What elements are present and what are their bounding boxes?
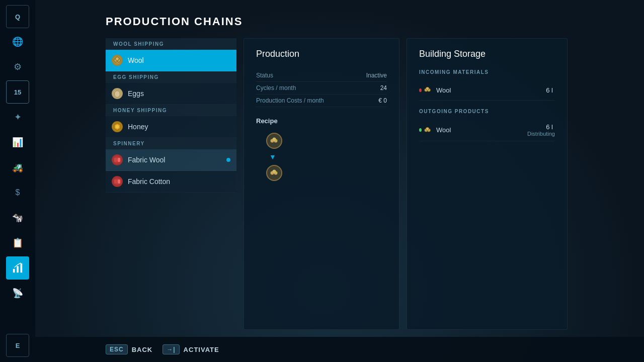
fabric-wool-item-icon [112,154,123,165]
sidebar-item-tractor[interactable]: 🚜 [6,156,29,179]
svg-rect-9 [114,158,117,162]
chart-icon: 📊 [12,137,23,148]
sidebar-item-signal[interactable]: 📡 [6,282,29,305]
status-value: Inactive [366,72,387,79]
wheel-icon: ⚙ [14,61,22,72]
sidebar: Q 🌐 ⚙ 15 ✦ 📊 🚜 $ 🐄 📋 [0,0,35,362]
svg-point-5 [116,57,119,61]
svg-point-21 [426,87,429,90]
chain-item-eggs[interactable]: Eggs [106,83,236,105]
outgoing-wool-item: Wool 6 l Distributing [419,119,555,141]
svg-rect-11 [114,179,117,184]
globe-icon: 🌐 [12,36,23,47]
wool-item-label: Wool [128,56,144,64]
back-button[interactable]: ESC BACK [106,344,152,354]
incoming-materials-header: INCOMING MATERIALS [419,69,555,75]
bottom-bar: ESC BACK →| ACTIVATE [35,337,644,362]
svg-rect-10 [118,158,120,162]
section-header-wool-shipping: WOOL SHIPPING [106,38,236,50]
recipe-arrow: ▼ [266,153,276,161]
incoming-wool-value: 6 l [546,86,553,94]
chain-item-fabric-cotton[interactable]: Fabric Cotton [106,171,236,193]
section-header-honey-shipping: HONEY SHIPPING [106,105,236,116]
production-cycles-row: Cycles / month 24 [256,82,387,95]
sidebar-item-wheel[interactable]: ⚙ [6,55,29,78]
sidebar-item-star[interactable]: ✦ [6,106,29,129]
svg-rect-0 [13,269,15,273]
svg-rect-1 [17,266,19,273]
activate-key: →| [163,344,179,354]
outgoing-wool-icon [419,124,431,136]
page-title: PRODUCTION CHAINS [106,15,629,28]
recipe-icon-bottom [266,165,282,181]
activate-label: ACTIVATE [184,346,219,353]
outgoing-wool-name: Wool [436,126,522,134]
storage-panel: Building Storage INCOMING MATERIALS Wool… [407,38,568,330]
fabric-cotton-item-label: Fabric Cotton [128,177,170,186]
tractor-icon: 🚜 [12,162,23,173]
egg-item-icon [112,88,123,99]
sidebar-item-calendar[interactable]: 15 [6,80,29,104]
sidebar-item-notes[interactable]: 📋 [6,231,29,254]
notes-icon: 📋 [12,237,23,248]
sidebar-item-dollar[interactable]: $ [6,181,29,204]
back-key: ESC [106,344,128,354]
costs-label: Production Costs / month [256,97,324,104]
costs-value: € 0 [378,97,387,104]
recipe-section: Recipe ▼ [256,117,387,181]
honey-item-icon [112,121,123,132]
incoming-wool-item: Wool 6 l [419,80,555,101]
svg-rect-2 [21,263,23,273]
back-label: BACK [132,346,153,353]
sidebar-item-q[interactable]: Q [6,5,29,28]
production-icon [12,262,23,274]
chain-item-honey[interactable]: Honey [106,116,236,138]
wool-item-icon [112,55,123,66]
svg-point-18 [273,170,276,173]
sidebar-item-globe[interactable]: 🌐 [6,30,29,53]
animals-icon: 🐄 [12,212,23,223]
sidebar-item-production[interactable] [6,256,29,280]
production-costs-row: Production Costs / month € 0 [256,95,387,107]
main-content: PRODUCTION CHAINS WOOL SHIPPING Wool EGG… [35,0,644,362]
section-header-egg-shipping: EGG SHIPPING [106,71,236,83]
activate-button[interactable]: →| ACTIVATE [163,344,219,354]
recipe-title: Recipe [256,117,387,125]
outgoing-wool-value: 6 l [546,123,553,131]
cycles-value: 24 [380,84,387,92]
eggs-item-label: Eggs [128,89,144,98]
chain-item-fabric-wool[interactable]: Fabric Wool [106,149,236,171]
production-title: Production [256,49,387,59]
svg-point-6 [115,91,120,98]
content-area: WOOL SHIPPING Wool EGG SHIPPING [106,38,629,330]
q-icon: Q [15,13,20,21]
fabric-wool-item-label: Fabric Wool [128,156,165,164]
chain-item-wool[interactable]: Wool [106,50,236,71]
cycles-label: Cycles / month [256,84,296,92]
building-storage-title: Building Storage [419,49,555,59]
recipe-items: ▼ [256,133,387,181]
signal-icon: 📡 [12,288,23,299]
chain-list-panel: WOOL SHIPPING Wool EGG SHIPPING [106,38,236,330]
incoming-wool-icon [419,84,431,96]
outgoing-products-header: OUTGOING PRODUCTS [419,109,555,114]
svg-point-15 [273,138,276,141]
sidebar-item-animals[interactable]: 🐄 [6,206,29,229]
svg-point-24 [426,127,429,130]
fabric-cotton-item-icon [112,176,123,187]
status-label: Status [256,72,273,79]
section-header-spinnery: SPINNERY [106,138,236,149]
dollar-icon: $ [16,188,20,197]
e-icon: E [16,342,20,349]
recipe-icon-top [266,133,282,149]
sidebar-item-chart[interactable]: 📊 [6,131,29,154]
sidebar-item-e[interactable]: E [6,334,29,357]
production-status-row: Status Inactive [256,69,387,82]
fabric-wool-dot [226,158,230,162]
calendar-icon: 15 [14,88,21,96]
outgoing-wool-right: 6 l Distributing [527,123,555,137]
svg-rect-12 [118,179,120,184]
star-icon: ✦ [14,112,22,123]
incoming-wool-name: Wool [436,86,541,94]
production-panel: Production Status Inactive Cycles / mont… [244,38,399,330]
